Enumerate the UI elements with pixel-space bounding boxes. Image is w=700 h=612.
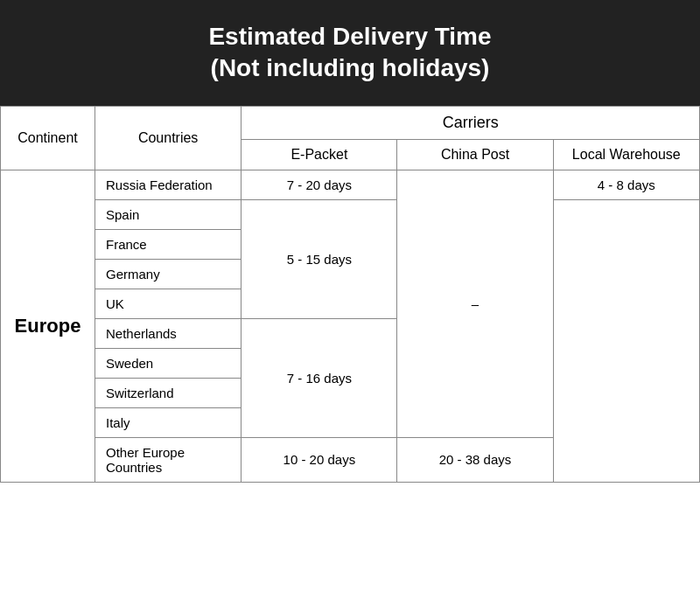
warehouse-russia: 4 - 8 days [553, 170, 699, 199]
col-warehouse-header: Local Warehouse [553, 139, 699, 170]
epacket-russia: 7 - 20 days [242, 170, 397, 199]
header-title: Estimated Delivery Time (Not including h… [18, 21, 682, 85]
col-countries-header: Countries [94, 106, 241, 170]
country-italy: Italy [94, 407, 241, 437]
title-line2: (Not including holidays) [211, 54, 490, 81]
country-france: France [94, 229, 241, 259]
country-sweden: Sweden [94, 348, 241, 378]
page-container: Estimated Delivery Time (Not including h… [0, 0, 700, 483]
continent-cell: Europe [1, 170, 95, 482]
country-germany: Germany [94, 259, 241, 289]
country-russia: Russia Federation [94, 170, 241, 199]
col-chinapost-header: China Post [397, 139, 553, 170]
country-uk: UK [94, 289, 241, 318]
chinapost-dash: – [397, 170, 553, 437]
epacket-other: 10 - 20 days [242, 437, 397, 482]
carriers-header: Carriers [242, 106, 700, 139]
country-switzerland: Switzerland [94, 378, 241, 407]
epacket-netherlands-group: 7 - 16 days [242, 318, 397, 437]
col-epacket-header: E-Packet [242, 139, 397, 170]
title-line1: Estimated Delivery Time [208, 23, 491, 50]
page-header: Estimated Delivery Time (Not including h… [0, 0, 700, 106]
delivery-table: Continent Countries Carriers E-Packet Ch… [0, 106, 700, 483]
warehouse-empty [553, 199, 699, 482]
epacket-spain-group: 5 - 15 days [242, 199, 397, 318]
table-row: Spain 5 - 15 days [1, 199, 700, 229]
table-row: Europe Russia Federation 7 - 20 days – 4… [1, 170, 700, 199]
country-other: Other Europe Countries [94, 437, 241, 482]
chinapost-other: 20 - 38 days [397, 437, 553, 482]
col-continent-header: Continent [1, 106, 95, 170]
country-spain: Spain [94, 199, 241, 229]
country-netherlands: Netherlands [94, 318, 241, 348]
